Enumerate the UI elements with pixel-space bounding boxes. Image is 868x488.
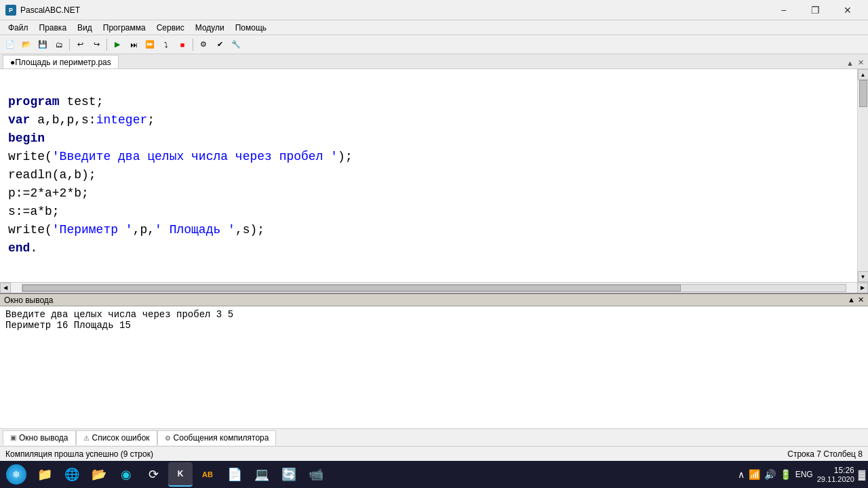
taskbar-app2[interactable]: AB [195,462,220,487]
hscroll-track [22,284,846,292]
toolbar-sep1 [69,39,70,51]
toolbar-run[interactable]: ▶ [110,37,125,52]
taskbar-app4[interactable]: 💻 [250,462,274,487]
menu-view[interactable]: Вид [72,22,98,34]
taskbar-explorer[interactable]: 📂 [87,462,111,487]
output-titlebar: Окно вывода ▲ ✕ [0,294,868,306]
tab-label: ●Площадь и периметр.pas [10,58,111,67]
output-content[interactable]: Введите два целых числа через пробел 3 5… [0,306,868,428]
taskbar-pascal[interactable]: K [168,462,193,487]
toolbar-stop[interactable]: ■ [175,37,190,52]
menu-edit[interactable]: Правка [34,22,73,34]
tray-time: 15:26 [817,466,854,475]
code-test: test; [60,95,104,108]
hscroll-right[interactable]: ▶ [857,283,868,293]
vscroll-thumb[interactable] [859,80,867,107]
toolbar-sep2 [106,39,107,51]
menu-program[interactable]: Программа [98,22,151,34]
toolbar-open[interactable]: 📂 [19,37,34,52]
compiler-tab-icon: ⚙ [165,434,171,442]
menubar: Файл Правка Вид Программа Сервис Модули … [0,20,868,35]
status-message: Компиляция прошла успешно (9 строк) [5,449,153,459]
minimize-button[interactable]: − [768,1,799,20]
titlebar: P PascalABC.NET − ❐ ✕ [0,0,868,20]
taskbar-camera[interactable]: 📹 [304,462,328,487]
bottom-tab-errors[interactable]: ⚠ Список ошибок [76,430,157,445]
tray-battery[interactable]: 🔋 [780,469,791,480]
toolbar-save[interactable]: 💾 [35,37,50,52]
taskbar-app1[interactable]: ⟳ [141,462,165,487]
taskbar-edge[interactable]: ◉ [114,462,138,487]
taskbar-tray: ∧ 📶 🔊 🔋 ENG 15:26 29.11.2020 ▓ [738,466,865,483]
menu-help[interactable]: Помощь [230,22,272,34]
toolbar-check[interactable]: ✔ [212,37,227,52]
toolbar-step-into[interactable]: ⤵ [159,37,174,52]
close-button[interactable]: ✕ [832,1,863,20]
editor-vscroll: ▲ ▼ [857,69,868,282]
vscroll-up[interactable]: ▲ [858,69,869,80]
kw-program: program [8,95,60,108]
str-write1: 'Введите два целых числа через пробел ' [52,150,338,163]
code-s-assign: s:=a*b; [8,205,60,218]
toolbar-undo[interactable]: ↩ [73,37,87,52]
titlebar-left: P PascalABC.NET [5,5,80,16]
taskbar-app3[interactable]: 📄 [222,462,247,487]
tab-pin-button[interactable]: ▲ [845,58,855,68]
code-comma1: ,p, [133,223,155,237]
status-position: Строка 7 Столбец 8 [787,449,863,459]
tabbar-controls: ▲ ✕ [845,57,865,68]
vscroll-down[interactable]: ▼ [858,271,869,282]
toolbar-step-over[interactable]: ⏩ [142,37,157,52]
app-logo: P [5,5,16,16]
toolbar-sep3 [193,39,193,51]
code-write1: write( [8,150,52,163]
code-write2: write( [8,223,52,237]
menu-service[interactable]: Сервис [151,22,190,34]
tray-lang[interactable]: ENG [795,470,813,479]
editor[interactable]: program test; var a,b,p,s:integer; begin… [0,69,857,282]
toolbar-options[interactable]: 🔧 [229,37,243,52]
tabbar: ●Площадь и периметр.pas ▲ ✕ [0,54,868,69]
compiler-tab-label: Сообщения компилятора [174,433,269,443]
bottom-tab-output[interactable]: ▣ Окно вывода [3,430,76,445]
output-title: Окно вывода [4,296,54,305]
restore-button[interactable]: ❐ [800,1,831,20]
statusbar: Компиляция прошла успешно (9 строк) Стро… [0,446,868,461]
tray-network[interactable]: 📶 [749,469,760,480]
tray-show-desktop[interactable]: ▓ [859,469,865,480]
toolbar-debug[interactable]: ⏭ [126,37,141,52]
taskbar-browser[interactable]: 🌐 [60,462,84,487]
taskbar-files[interactable]: 📁 [33,462,57,487]
taskbar-app5[interactable]: 🔄 [277,462,301,487]
code-comma2: ,s); [235,223,264,237]
toolbar-redo[interactable]: ↪ [89,37,104,52]
hscroll-thumb[interactable] [22,285,681,291]
toolbar: 📄 📂 💾 🗂 ↩ ↪ ▶ ⏭ ⏩ ⤵ ■ ⚙ ✔ 🔧 [0,35,868,54]
output-pin[interactable]: ▲ [848,296,855,304]
output-controls: ▲ ✕ [848,296,864,304]
kw-var: var [8,113,30,127]
code-semi1: ; [147,113,155,127]
start-icon: ❄ [12,469,20,480]
toolbar-new[interactable]: 📄 [3,37,18,52]
code-dot: . [30,241,37,255]
menu-file[interactable]: Файл [3,22,34,34]
tray-date: 29.11.2020 [817,475,854,483]
app-title: PascalABC.NET [20,5,80,15]
editor-tab[interactable]: ●Площадь и периметр.pas [3,55,119,68]
tray-volume[interactable]: 🔊 [764,469,776,480]
output-panel: Окно вывода ▲ ✕ Введите два целых числа … [0,293,868,428]
start-button[interactable]: ❄ [3,462,30,487]
toolbar-compile[interactable]: ⚙ [196,37,211,52]
toolbar-save-all[interactable]: 🗂 [52,37,66,52]
code-integer: integer [96,113,148,127]
code-p-assign: p:=2*a+2*b; [8,186,89,200]
menu-modules[interactable]: Модули [190,22,230,34]
tray-chevron[interactable]: ∧ [738,469,745,480]
hscroll-left[interactable]: ◀ [0,283,11,293]
output-close[interactable]: ✕ [858,296,864,304]
editor-row: program test; var a,b,p,s:integer; begin… [0,69,868,282]
tab-close-button[interactable]: ✕ [856,57,865,68]
tray-clock[interactable]: 15:26 29.11.2020 [817,466,854,483]
bottom-tab-compiler[interactable]: ⚙ Сообщения компилятора [157,430,277,445]
